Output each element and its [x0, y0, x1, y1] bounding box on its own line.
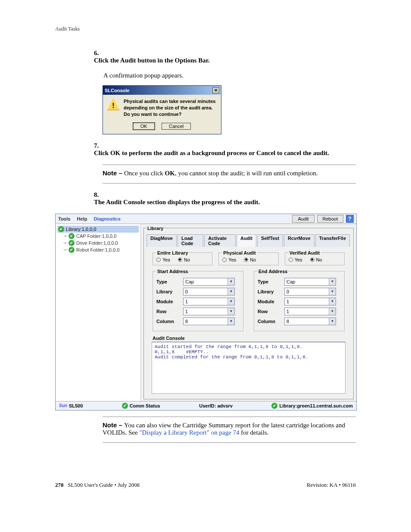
page-footer: 278 SL500 User's Guide • July 2008 Revis… [55, 482, 356, 488]
page-number: 278 [55, 482, 64, 488]
note-final: Note – You can also view the Cartridge S… [103, 421, 356, 436]
combo-value: 1 [286, 309, 289, 314]
device-tree: ✔ Library:1,0,0,0 ⊸ ✔ CAP Folder:1,0,0,0… [56, 224, 141, 401]
tabs: DiagMove Load Code Activate Code Audit S… [146, 234, 351, 247]
radio-icon [222, 258, 227, 262]
step-8: 8. The Audit Console section displays th… [94, 191, 356, 206]
page-header: Audit Tasks [55, 26, 356, 32]
radio-label: No [184, 257, 190, 262]
note-7-before: Once you click [124, 170, 165, 177]
end-address-legend: End Address [258, 269, 288, 274]
note-label: Note – [103, 421, 124, 429]
expander-icon[interactable]: ⊸ [63, 241, 67, 245]
start-column-combo[interactable]: 8▼ [183, 317, 235, 325]
physical-no[interactable]: No [244, 257, 256, 262]
start-library-combo[interactable]: 0▼ [183, 288, 235, 296]
console-line: Audit started for the range from 0,1,1,8… [155, 344, 302, 349]
combo-value: 0 [286, 289, 289, 294]
library-legend: Library [146, 226, 164, 231]
dialog-titlebar: SLConsole ✕ [103, 86, 221, 95]
tab-loadcode[interactable]: Load Code [177, 234, 203, 247]
tab-activatecode[interactable]: Activate Code [204, 234, 236, 247]
menubar: Tools Help Diagnostics Audit Reboot ? [56, 214, 356, 224]
chevron-down-icon: ▼ [329, 288, 336, 295]
dialog-title: SLConsole [105, 88, 129, 93]
physical-yes[interactable]: Yes [222, 257, 236, 262]
end-row-combo[interactable]: 1▼ [284, 308, 336, 315]
check-icon: ✔ [68, 247, 75, 253]
end-column-combo[interactable]: 8▼ [284, 317, 336, 325]
radio-label: Yes [295, 257, 302, 262]
label-column: Column [258, 319, 284, 324]
radio-label: Yes [162, 257, 170, 262]
radio-label: No [316, 257, 322, 262]
verified-no[interactable]: No [310, 257, 322, 262]
display-library-report-link[interactable]: "Display a Library Report" on page 74 [139, 429, 239, 436]
tab-rcvrmove[interactable]: RcvrMove [284, 234, 314, 247]
label-row: Row [258, 309, 284, 314]
menu-group: Tools Help Diagnostics [58, 216, 126, 221]
menu-tools[interactable]: Tools [58, 216, 71, 221]
start-module-combo[interactable]: 1▼ [183, 298, 235, 305]
tab-audit[interactable]: Audit [237, 234, 256, 247]
label-column: Column [156, 319, 183, 324]
step-7-text: Click OK to perform the audit as a backg… [94, 149, 374, 157]
start-type-combo[interactable]: Cap▼ [183, 278, 235, 286]
radio-icon [310, 258, 314, 262]
step-8-text: The Audit Console section displays the p… [94, 199, 374, 206]
check-icon: ✔ [122, 403, 128, 409]
dialog-line-1: Physical audits can take several minutes [124, 98, 215, 105]
entire-no[interactable]: No [178, 257, 190, 262]
end-type-combo[interactable]: Cap▼ [284, 278, 336, 286]
comm-status: Comm Status [130, 403, 160, 408]
combo-value: Cap [185, 279, 194, 284]
label-type: Type [258, 279, 284, 284]
radio-icon [178, 258, 182, 262]
tree-label: Library:1,0,0,0 [66, 227, 96, 232]
entire-yes[interactable]: Yes [156, 257, 170, 262]
tree-label: Drive Folder:1,0,0,0 [76, 240, 118, 246]
menu-help[interactable]: Help [77, 216, 87, 221]
expander-icon[interactable]: ⊸ [63, 234, 67, 238]
reboot-button[interactable]: Reboot [317, 215, 343, 223]
model-label: SL500 [69, 403, 83, 408]
library-fieldset: Library DiagMove Load Code Activate Code… [143, 226, 354, 399]
help-icon[interactable]: ? [346, 215, 354, 223]
note-final-t2: for details. [240, 429, 269, 436]
verified-audit-fieldset: Verified Audit Yes No [285, 250, 345, 265]
verified-yes[interactable]: Yes [289, 257, 302, 262]
label-library: Library [156, 289, 183, 294]
tree-node-robot[interactable]: ⊸ ✔ Robot Folder:1,0,0,0 [57, 246, 139, 253]
start-row-combo[interactable]: 1▼ [183, 308, 235, 315]
step-8-number: 8. [94, 191, 103, 199]
combo-value: 8 [286, 319, 289, 324]
menu-diagnostics[interactable]: Diagnostics [93, 216, 120, 221]
tab-transferfile[interactable]: TransferFile [315, 234, 350, 247]
divider [103, 165, 356, 165]
step-6-follow: A confirmation popup appears. [103, 72, 356, 79]
ok-button[interactable]: OK [133, 123, 155, 130]
tab-selftest[interactable]: SelfTest [257, 234, 283, 247]
end-library-combo[interactable]: 0▼ [284, 288, 336, 296]
chevron-down-icon: ▼ [227, 318, 234, 325]
tree-node-drive[interactable]: ⊸ ✔ Drive Folder:1,0,0,0 [57, 240, 139, 246]
footer-right: Revision: KA • 96116 [307, 482, 356, 488]
tree-node-cap[interactable]: ⊸ ✔ CAP Folder:1,0,0,0 [57, 233, 139, 240]
dialog-line-3: Do you want to continue? [124, 111, 215, 118]
audit-button[interactable]: Audit [292, 215, 314, 223]
library-host: Library:green11.central.sun.com [279, 403, 353, 408]
entire-library-legend: Entire Library [156, 250, 189, 255]
label-type: Type [156, 279, 183, 284]
close-icon[interactable]: ✕ [212, 87, 219, 93]
console-line: 0,1,1,8 #EMPTY.. [155, 349, 209, 355]
label-module: Module [156, 299, 183, 304]
tab-diagmove[interactable]: DiagMove [146, 234, 177, 247]
end-module-combo[interactable]: 1▼ [284, 298, 336, 305]
cancel-button[interactable]: Cancel [162, 123, 191, 130]
start-address-legend: Start Address [156, 269, 189, 274]
radio-label: Yes [228, 257, 236, 262]
expander-icon[interactable]: ⊸ [63, 248, 67, 252]
label-row: Row [156, 309, 183, 314]
tree-node-library[interactable]: ✔ Library:1,0,0,0 [57, 226, 139, 233]
physical-audit-fieldset: Physical Audit Yes No [218, 250, 278, 265]
